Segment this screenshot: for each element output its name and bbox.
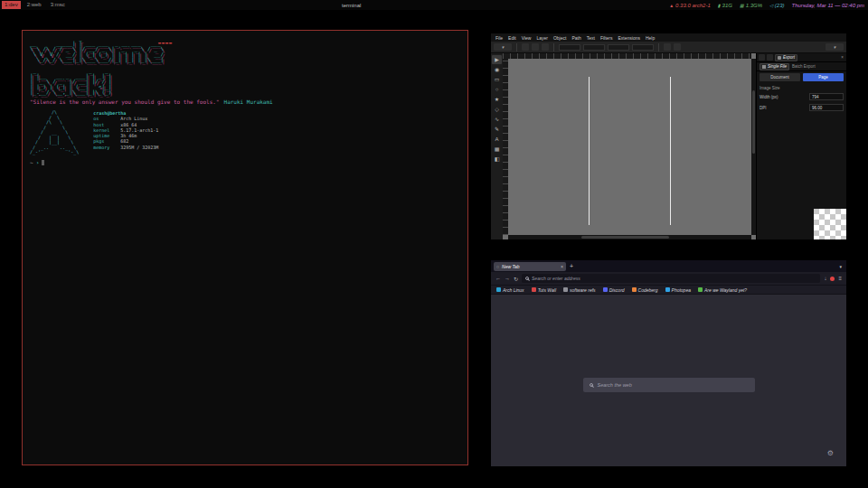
text-tool[interactable]: A [492,135,502,144]
close-icon[interactable]: × [561,264,563,269]
status-updates[interactable]: ▲0.33.0 arch2-1 [669,3,711,8]
bookmark-label: software refs [570,287,596,293]
menu-help[interactable]: Help [646,35,655,41]
tab-single-file[interactable]: Single File [760,63,789,70]
width-field[interactable] [608,44,629,51]
zoom-dropdown[interactable]: ▾ [826,43,844,51]
close-icon[interactable]: × [840,55,844,60]
quote-text: "Silence is the only answer you should g… [30,99,220,105]
dropper-tool[interactable]: ◧ [492,155,502,164]
gear-icon[interactable]: ⚙ [827,449,834,457]
status-clock-text: Thursday, Mar 11 — 02:40 pm [792,3,864,8]
toolbar-button[interactable] [522,43,529,51]
export-panel-tab[interactable]: Export [775,54,797,61]
search-icon [590,383,593,387]
extension-icon[interactable] [830,277,835,281]
bookmark-codeberg[interactable]: Codeberg [632,287,658,293]
browser-tab-bar: ○ New Tab × + ▾ [491,260,846,272]
bookmark-software-refs[interactable]: software refs [563,287,596,293]
tab-new-tab[interactable]: ○ New Tab × [494,262,566,271]
box-3d-tool[interactable]: ◇ [492,105,502,114]
disk-icon: ▮ [718,3,721,8]
rectangle-tool[interactable]: ▭ [492,75,502,84]
status-memory[interactable]: ▦1.3G% [740,3,762,8]
workspace-1-dev[interactable]: 1:dev [2,1,21,9]
pencil-tool[interactable]: ✎ [492,125,502,134]
bookmark-tuts-wall[interactable]: Tuts Wall [532,287,556,293]
spiral-tool[interactable]: ∿ [492,115,502,124]
prompt-arrow-icon: › [36,159,40,165]
height-field[interactable] [632,44,654,51]
dpi-row: DPI 96.00 [757,102,846,113]
tool-controls-bar: ▾ ▾ [491,42,846,53]
desktop: 1:dev 2:web 3:msc terminal ▲0.33.0 arch2… [0,0,868,488]
y-coordinate-field[interactable] [583,44,605,51]
new-tab-button[interactable]: + [570,263,573,269]
workspace-2-web[interactable]: 2:web [24,1,44,9]
downloads-button[interactable]: ↓ [824,276,826,281]
url-bar[interactable]: Search or enter address [522,274,820,283]
menu-file[interactable]: File [495,35,503,41]
bookmark-label: Arch Linux [503,287,524,293]
menu-extensions[interactable]: Extensions [618,35,640,41]
workspace-3-msc[interactable]: 3:msc [48,1,68,9]
inkscape-menubar: File Edit View Layer Object Path Text Fi… [491,33,846,42]
inkscape-canvas[interactable] [503,53,756,239]
menu-view[interactable]: View [522,35,532,41]
toolbar-button[interactable] [542,43,549,51]
scrollbar-thumb[interactable] [581,236,669,239]
status-indicators: ▲0.33.0 arch2-1 ▮31G ▦1.3G% ◁(23) Thursd… [669,0,864,10]
star-tool[interactable]: ★ [492,95,502,104]
selector-tool[interactable]: ▶ [492,55,502,64]
status-disk[interactable]: ▮31G [718,3,732,8]
reload-button[interactable]: ↻ [514,276,518,282]
bookmark-arch-linux[interactable]: Arch Linux [496,287,524,293]
menu-button[interactable]: ≡ [838,276,842,281]
lock-ratio-button[interactable] [664,43,671,51]
shell-prompt[interactable]: ~› [30,159,44,165]
menu-filters[interactable]: Filters [600,35,613,41]
status-disk-text: 31G [722,3,732,8]
status-volume[interactable]: ◁(23) [769,3,785,8]
web-search-input[interactable]: Search the web [583,378,755,392]
toolbar-divider [658,43,659,52]
status-clock[interactable]: Thursday, Mar 11 — 02:40 pm [792,3,864,8]
list-tabs-icon[interactable]: ▾ [839,264,844,269]
tab-batch-export[interactable]: Batch Export [792,64,816,69]
document-button[interactable]: Document [760,73,800,81]
bookmark-are-we-wayland-yet[interactable]: Are we Wayland yet? [698,287,747,293]
image-size-heading: Image Size [757,83,846,91]
toolbar-button[interactable] [532,43,539,51]
width-input[interactable]: 794 [809,93,844,100]
bookmark-label: Are we Wayland yet? [704,287,747,293]
scrollbar-thumb[interactable] [752,90,755,154]
page-button[interactable]: Page [803,73,844,81]
x-coordinate-field[interactable] [559,44,580,51]
terminal-window: _ __ _____| | ___ ___ _ __ ___ ___ \ \ /… [22,30,468,465]
fetch-value: x86_64 [120,122,137,127]
dialog-icon[interactable] [759,54,765,61]
menu-layer[interactable]: Layer [536,35,548,41]
forward-button[interactable]: → [505,276,510,281]
dialog-icon[interactable] [767,54,773,61]
fortune-quote: "Silence is the only answer you should g… [30,99,273,105]
bookmark-discord[interactable]: Discord [603,287,625,293]
gradient-tool[interactable]: ▦ [492,145,502,154]
menu-edit[interactable]: Edit [508,35,516,41]
canvas-horizontal-scrollbar[interactable] [508,235,751,239]
selection-mode-dropdown[interactable]: ▾ [494,43,512,51]
fetch-key: memory [93,145,120,150]
dpi-input[interactable]: 96.00 [809,104,844,111]
back-button[interactable]: ← [495,276,501,281]
export-dock: Export × Single File Batch Export Docume… [756,53,846,239]
browser-nav-bar: ← → ↻ Search or enter address ↓ ≡ [491,272,846,286]
ellipse-tool[interactable]: ○ [492,85,502,94]
bookmark-photopea[interactable]: Photopea [665,287,691,293]
search-icon [525,277,529,280]
node-tool[interactable]: ◉ [492,65,502,74]
menu-text[interactable]: Text [587,35,595,41]
toolbar-button[interactable] [674,43,681,51]
menu-path[interactable]: Path [571,35,580,41]
menu-object[interactable]: Object [553,35,566,41]
toolbar-divider [553,43,554,52]
